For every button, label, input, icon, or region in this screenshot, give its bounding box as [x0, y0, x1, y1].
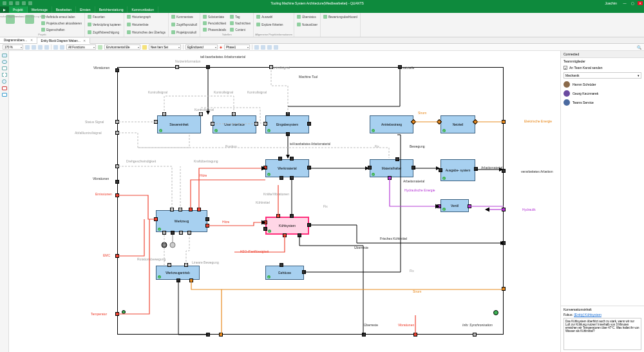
port[interactable]	[362, 333, 366, 337]
menu-tab-komm[interactable]: Kommunikation	[128, 6, 158, 13]
env-combo[interactable]: Environmental Ele	[104, 44, 140, 50]
discipline-combo[interactable]: Mechanik▾	[564, 72, 641, 79]
port[interactable]	[199, 112, 203, 116]
port[interactable]	[154, 217, 158, 221]
doc-tab[interactable]: Diagrammübers…✕	[0, 37, 37, 43]
block-werkmaterial[interactable]: Werkmaterial✓	[265, 159, 309, 177]
block-gehaeuse[interactable]: Gehäuse✓	[265, 266, 304, 280]
port[interactable]	[278, 157, 282, 161]
port[interactable]	[290, 176, 294, 180]
port[interactable]	[398, 65, 402, 69]
port[interactable]	[197, 208, 201, 211]
tool-icon[interactable]	[261, 45, 265, 50]
palette-item[interactable]	[2, 93, 7, 97]
port[interactable]	[298, 233, 301, 237]
port[interactable]	[171, 231, 175, 235]
maximize-button[interactable]: ▢	[630, 1, 635, 5]
block-werkzeug[interactable]: Werkzeug✓	[156, 210, 207, 232]
tool-icon[interactable]	[53, 45, 58, 50]
block-ui[interactable]: User Interface✓	[213, 115, 256, 133]
port[interactable]	[115, 68, 119, 72]
block-antrieb[interactable]: Antriebsstrang✓	[370, 115, 413, 133]
port[interactable]	[269, 65, 273, 69]
link-icon[interactable]	[274, 45, 278, 50]
port[interactable]	[206, 65, 210, 69]
tool-icon[interactable]	[60, 45, 64, 50]
tool-icon[interactable]	[267, 45, 272, 50]
user-item[interactable]: Hamm Schröder	[561, 80, 644, 89]
port[interactable]	[167, 263, 171, 267]
ribbon-btn[interactable]: Favoriten	[86, 14, 122, 20]
tool-icon[interactable]	[38, 45, 43, 50]
search-icon[interactable]: 🔍	[637, 45, 641, 50]
ribbon-btn[interactable]: Historienliste	[126, 21, 167, 28]
qat-btn[interactable]	[15, 1, 19, 5]
port[interactable]	[263, 220, 267, 224]
port[interactable]	[178, 208, 182, 211]
port[interactable]	[115, 193, 119, 197]
port[interactable]	[502, 241, 506, 245]
focus-link[interactable]: [Entity] Kühlsystem	[574, 313, 601, 317]
port[interactable]	[115, 312, 119, 316]
port[interactable]	[170, 208, 174, 211]
port[interactable]	[290, 157, 294, 161]
block-netzteil[interactable]: Netzteil✓	[440, 115, 475, 133]
port[interactable]	[279, 176, 283, 180]
ribbon-btn[interactable]: Auswahl	[255, 14, 284, 20]
ribbon-btn[interactable]: Verknüpfung kopieren	[86, 21, 122, 28]
ribbon-btn[interactable]: Historisches des Überlugs	[126, 29, 167, 35]
ribbon-btn[interactable]: Tag	[229, 14, 252, 20]
port[interactable]	[502, 169, 506, 173]
port[interactable]	[189, 208, 193, 211]
port[interactable]	[254, 122, 258, 126]
ribbon-btn-speichern[interactable]: Speichern und Bearbeitung fortsetzen	[21, 14, 39, 33]
palette-item[interactable]	[2, 73, 7, 77]
port[interactable]	[115, 164, 119, 168]
palette-item[interactable]	[2, 66, 7, 70]
ribbon-btn[interactable]: Notauslöser	[296, 21, 319, 28]
port[interactable]	[368, 166, 372, 170]
port[interactable]	[502, 287, 506, 291]
palette-item[interactable]	[2, 60, 7, 64]
port[interactable]	[263, 227, 267, 231]
diagram-canvas[interactable]: Machine Tool teil-bearbeitetes Arbeitsma…	[9, 51, 560, 352]
port[interactable]	[279, 263, 283, 267]
port[interactable]	[162, 112, 166, 116]
port[interactable]	[388, 176, 392, 180]
send-team-checkbox[interactable]: ✓An Team Kanal senden	[561, 64, 644, 71]
port[interactable]	[307, 223, 311, 227]
port[interactable]	[502, 208, 506, 211]
block-kuehlsystem[interactable]: Kühlsystem✓	[265, 217, 309, 235]
block-steuereinheit[interactable]: Steuereinheit✓	[157, 115, 201, 133]
ribbon-btn[interactable]: Projektsuchen aktualisieren	[40, 20, 83, 26]
port[interactable]	[232, 112, 236, 116]
palette-item[interactable]	[2, 79, 6, 84]
tool-icon[interactable]	[254, 45, 259, 50]
close-button[interactable]: ✕	[638, 1, 643, 5]
port[interactable]	[115, 120, 119, 124]
port[interactable]	[211, 122, 214, 126]
port[interactable]	[276, 214, 280, 218]
port[interactable]	[412, 166, 415, 170]
message-input[interactable]	[564, 318, 641, 350]
port[interactable]	[283, 233, 287, 237]
menu-tab-bericht[interactable]: Berichterstattung	[95, 6, 128, 13]
qat-btn[interactable]	[3, 1, 6, 5]
port[interactable]	[473, 333, 477, 337]
ribbon-btn[interactable]: Content	[229, 26, 252, 33]
ribbon-btn[interactable]: Bewertungsdashboard	[322, 14, 359, 20]
port[interactable]	[413, 333, 417, 337]
port[interactable]	[187, 231, 191, 235]
port[interactable]	[115, 254, 119, 258]
port[interactable]	[179, 231, 183, 235]
ribbon-btn[interactable]: Eigenschaften	[40, 26, 83, 33]
block-ausgabe[interactable]: Ausgabe- system✓	[440, 159, 475, 181]
port[interactable]	[263, 166, 267, 170]
end-combo[interactable]: EgEndtoend	[185, 44, 218, 50]
ribbon-btn[interactable]: Zugriffsberechtigung	[86, 29, 122, 35]
qat-btn[interactable]	[9, 1, 13, 5]
port[interactable]	[205, 217, 209, 221]
functions-combo[interactable]: All Functions	[66, 44, 96, 50]
port[interactable]	[474, 167, 478, 171]
port[interactable]	[189, 279, 193, 282]
